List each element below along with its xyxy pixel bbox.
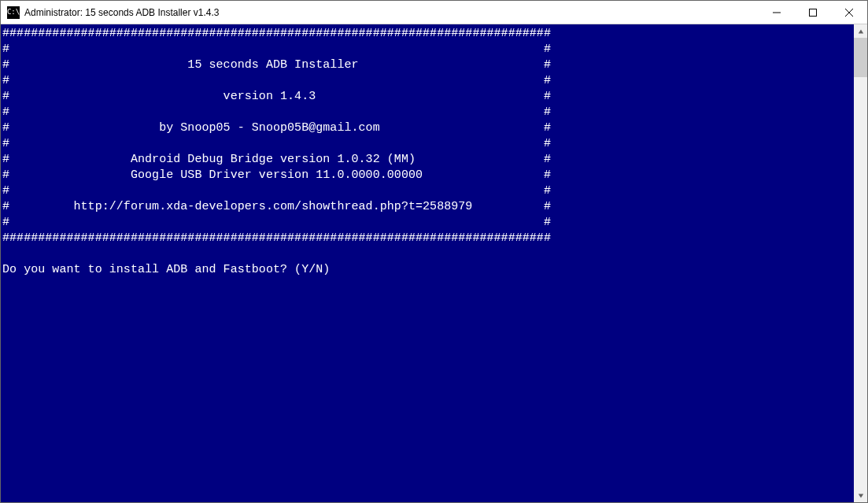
svg-marker-5	[858, 494, 862, 497]
window-controls	[759, 1, 867, 24]
svg-marker-4	[858, 29, 862, 33]
window-title: Administrator: 15 seconds ADB Installer …	[24, 7, 759, 18]
svg-rect-1	[810, 9, 817, 16]
scroll-up-arrow-icon[interactable]	[854, 24, 867, 38]
vertical-scrollbar[interactable]	[854, 24, 867, 502]
minimize-button[interactable]	[759, 1, 795, 24]
console-output[interactable]: ########################################…	[1, 24, 854, 502]
scroll-down-arrow-icon[interactable]	[854, 489, 867, 502]
titlebar[interactable]: C:\ Administrator: 15 seconds ADB Instal…	[1, 1, 867, 24]
console-wrapper: ########################################…	[1, 24, 867, 502]
scroll-thumb[interactable]	[854, 38, 867, 77]
close-button[interactable]	[831, 1, 867, 24]
cmd-icon: C:\	[7, 6, 20, 19]
maximize-button[interactable]	[795, 1, 831, 24]
